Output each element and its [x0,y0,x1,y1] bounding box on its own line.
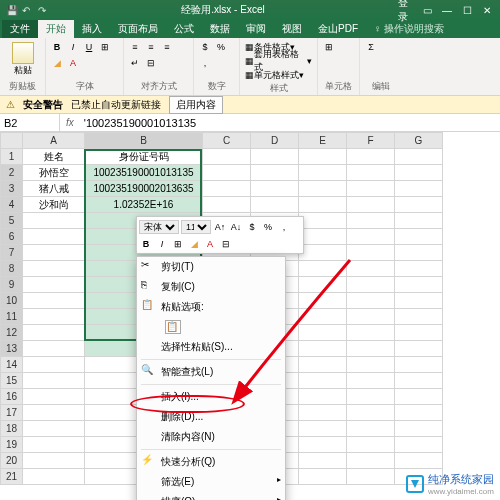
tab-review[interactable]: 审阅 [238,20,274,38]
row-header[interactable]: 1 [1,149,23,165]
table-format-button[interactable]: ▦ 套用表格格式 ▾ [244,54,313,68]
tab-view[interactable]: 视图 [274,20,310,38]
row-header[interactable]: 8 [1,261,23,277]
cell[interactable]: 身份证号码 [85,149,203,165]
tell-me[interactable]: ♀ 操作说明搜索 [366,20,452,38]
row-header[interactable]: 13 [1,341,23,357]
name-box[interactable]: B2 [0,114,60,131]
tab-data[interactable]: 数据 [202,20,238,38]
fill-color-button[interactable]: ◢ [50,56,64,70]
bold-button[interactable]: B [50,40,64,54]
menu-clear[interactable]: 清除内容(N) [137,427,285,447]
menu-copy[interactable]: ⎘复制(C) [137,277,285,297]
mini-percent-icon[interactable]: % [261,220,275,234]
row-header[interactable]: 17 [1,405,23,421]
comma-button[interactable]: , [198,56,212,70]
save-icon[interactable]: 💾 [6,5,16,15]
menu-quick-analysis[interactable]: ⚡快速分析(Q) [137,452,285,472]
paste-button[interactable]: 粘贴 [4,40,41,79]
mini-font[interactable]: 宋体 [139,220,179,234]
cell-style-button[interactable]: ▦ 单元格样式 ▾ [244,68,305,82]
enable-content-button[interactable]: 启用内容 [169,96,223,114]
border-button[interactable]: ⊞ [98,40,112,54]
mini-size[interactable]: 11 [181,220,211,234]
menu-sort[interactable]: 排序(O)▸ [137,492,285,500]
col-header-f[interactable]: F [347,133,395,149]
menu-smart-lookup[interactable]: 🔍智能查找(L) [137,362,285,382]
mini-fill-icon[interactable]: ◢ [187,237,201,251]
menu-insert[interactable]: 插入(I)... [137,387,285,407]
tab-insert[interactable]: 插入 [74,20,110,38]
mini-currency-icon[interactable]: $ [245,220,259,234]
row-header[interactable]: 10 [1,293,23,309]
row-header[interactable]: 2 [1,165,23,181]
row-header[interactable]: 15 [1,373,23,389]
row-header[interactable]: 6 [1,229,23,245]
tab-file[interactable]: 文件 [2,20,38,38]
mini-border-icon[interactable]: ⊞ [171,237,185,251]
row-header[interactable]: 20 [1,453,23,469]
merge-button[interactable]: ⊟ [144,56,158,70]
insert-cells-button[interactable]: ⊞ [322,40,336,54]
mini-italic-icon[interactable]: I [155,237,169,251]
cell[interactable]: 猪八戒 [23,181,85,197]
mini-comma-icon[interactable]: , [277,220,291,234]
col-header-c[interactable]: C [203,133,251,149]
col-header-d[interactable]: D [251,133,299,149]
maximize-icon[interactable]: ☐ [458,2,476,18]
align-bot-button[interactable]: ≡ [160,40,174,54]
col-header-a[interactable]: A [23,133,85,149]
currency-button[interactable]: $ [198,40,212,54]
row-header[interactable]: 12 [1,325,23,341]
tab-formulas[interactable]: 公式 [166,20,202,38]
row-header[interactable]: 19 [1,437,23,453]
tab-layout[interactable]: 页面布局 [110,20,166,38]
cell[interactable]: 沙和尚 [23,197,85,213]
menu-filter[interactable]: 筛选(E)▸ [137,472,285,492]
col-header-g[interactable]: G [395,133,443,149]
select-all-corner[interactable] [1,133,23,149]
row-header[interactable]: 21 [1,469,23,485]
cell[interactable]: 孙悟空 [23,165,85,181]
row-header[interactable]: 14 [1,357,23,373]
mini-format-icon[interactable]: ⊟ [219,237,233,251]
formula-input[interactable]: '100235190001013135 [80,117,500,129]
undo-icon[interactable]: ↶ [22,5,32,15]
italic-button[interactable]: I [66,40,80,54]
row-header[interactable]: 3 [1,181,23,197]
col-header-b[interactable]: B [85,133,203,149]
autosum-button[interactable]: Σ [364,40,378,54]
row-header[interactable]: 5 [1,213,23,229]
font-color-button[interactable]: A [66,56,80,70]
mini-fontcolor-icon[interactable]: A [203,237,217,251]
paste-option-button[interactable]: 📋 [137,317,285,337]
col-header-e[interactable]: E [299,133,347,149]
menu-cut[interactable]: ✂剪切(T) [137,257,285,277]
wrap-button[interactable]: ↵ [128,56,142,70]
row-header[interactable]: 7 [1,245,23,261]
fx-icon[interactable]: fx [60,117,80,128]
tab-home[interactable]: 开始 [38,20,74,38]
row-header[interactable]: 4 [1,197,23,213]
align-mid-button[interactable]: ≡ [144,40,158,54]
tab-pdf[interactable]: 金山PDF [310,20,366,38]
cell[interactable]: 100235190002013635 [85,181,203,197]
row-header[interactable]: 18 [1,421,23,437]
cell[interactable]: 100235190001013135 [85,165,203,181]
close-icon[interactable]: ✕ [478,2,496,18]
menu-delete[interactable]: 删除(D)... [137,407,285,427]
mini-bold-icon[interactable]: B [139,237,153,251]
cell[interactable]: 姓名 [23,149,85,165]
redo-icon[interactable]: ↷ [38,5,48,15]
row-header[interactable]: 11 [1,309,23,325]
underline-button[interactable]: U [82,40,96,54]
minimize-icon[interactable]: — [438,2,456,18]
login-button[interactable]: 登录 [398,2,416,18]
percent-button[interactable]: % [214,40,228,54]
row-header[interactable]: 9 [1,277,23,293]
ribbon-options-icon[interactable]: ▭ [418,2,436,18]
mini-grow-icon[interactable]: A↑ [213,220,227,234]
mini-shrink-icon[interactable]: A↓ [229,220,243,234]
cell[interactable]: 1.02352E+16 [85,197,203,213]
align-top-button[interactable]: ≡ [128,40,142,54]
